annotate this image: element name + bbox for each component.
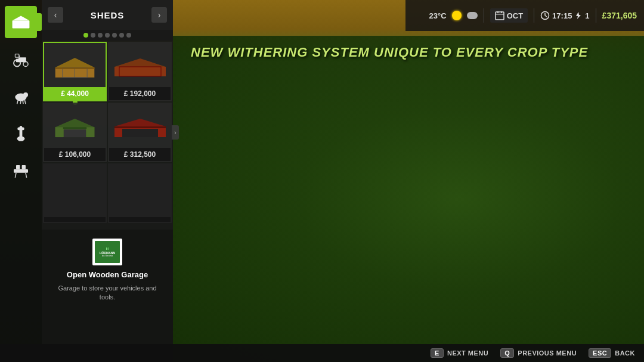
shop-grid: £ 44,000 £ 192,000 [42,41,173,224]
shop-item-3[interactable]: £ 106,000 [43,103,107,162]
svg-point-23 [17,137,25,141]
shop-item-4-img [112,109,168,148]
divider-3 [596,8,596,23]
large-shed-svg [113,117,167,141]
dot-4 [105,33,110,38]
svg-line-29 [26,173,27,178]
hud-time: 17:15 1 [540,11,589,20]
shop-item-4-price: £ 312,500 [109,148,171,161]
dot-7 [126,33,131,38]
sidebar-item-animals[interactable] [5,80,37,112]
info-panel: H HÖRMANN by Sanwa Open Wooden Garage Ga… [42,230,173,362]
shop-item-2[interactable]: £ 192,000 [108,42,172,101]
shop-item-5-price [44,217,106,222]
sidebar-item-sheds[interactable] [5,6,37,38]
shop-item-3-price: £ 106,000 [44,148,106,161]
svg-rect-13 [16,59,20,63]
cloud-icon [467,10,478,21]
svg-point-11 [23,61,28,66]
shop-item-6[interactable] [108,163,172,223]
feature-banner: NEW WITHERING SYSTEM UNIQUE TO EVERY CRO… [179,39,644,66]
label-back: BACK [615,349,635,357]
svg-rect-24 [17,127,24,130]
sidebar-item-tools[interactable] [5,117,37,149]
svg-line-19 [20,101,21,104]
shop-item-2-price: £ 192,000 [109,87,171,100]
long-shed-svg [113,56,167,80]
svg-rect-47 [122,129,158,137]
svg-line-20 [23,101,23,104]
dot-6 [119,33,124,38]
item-name: Open Wooden Garage [67,270,148,279]
hud-money: £371,605 [602,11,637,20]
svg-marker-35 [114,58,166,67]
divider-1 [484,8,484,23]
sidebar-active-tab [37,13,42,31]
dot-2 [91,33,95,38]
sidebar-item-equipment[interactable] [5,154,37,186]
shop-item-1-price: £ 44,000 [44,87,106,100]
shop-panel: ‹ SHEDS › £ 44,000 [42,0,173,230]
scroll-indicator: › [172,125,179,140]
dot-5 [112,33,117,38]
svg-rect-25 [14,169,28,172]
svg-line-28 [15,173,16,178]
shop-item-1-img [47,48,103,87]
brand-logo-inner: H HÖRMANN by Sanwa [95,241,120,263]
hud-time-value: 17:15 [552,11,572,20]
key-esc[interactable]: ESC [589,348,611,358]
field-overlay [173,36,644,362]
svg-rect-26 [16,165,20,169]
shop-item-5-img [47,178,103,217]
svg-line-6 [545,16,547,17]
svg-rect-46 [114,126,166,128]
medium-shed-svg [52,115,97,142]
key-e[interactable]: E [431,348,444,358]
svg-marker-30 [55,58,95,67]
calendar-icon [495,11,504,20]
svg-rect-0 [496,12,504,20]
cow-icon [11,86,30,106]
sidebar-item-tractors[interactable] [5,43,37,75]
clock-icon [540,11,550,20]
hud-temperature: 23°C [429,11,447,20]
svg-point-17 [23,92,28,97]
shop-next-button[interactable]: › [151,7,167,23]
action-back: ESC BACK [589,348,635,358]
tool-icon [11,123,30,143]
hud-month: OCT [507,11,523,20]
svg-line-18 [17,100,18,104]
shop-item-5[interactable] [43,163,107,223]
svg-marker-44 [114,119,166,126]
svg-rect-34 [55,67,95,69]
shop-item-6-price [109,217,171,222]
hud-calendar: OCT [490,8,528,23]
shop-prev-button[interactable]: ‹ [48,7,63,23]
equipment-icon [11,160,30,180]
svg-marker-38 [55,119,95,127]
action-prev-menu: Q PREVIOUS MENU [500,348,577,358]
shop-header: ‹ SHEDS › [42,0,173,30]
shop-item-2-img [112,48,168,87]
feature-text: NEW WITHERING SYSTEM UNIQUE TO EVERY CRO… [191,45,632,60]
shop-item-6-img [112,178,168,217]
sidebar [0,0,42,362]
svg-marker-7 [576,12,581,19]
divider-2 [534,8,534,23]
svg-rect-36 [114,67,166,76]
small-shed-svg [52,54,97,81]
svg-rect-8 [13,21,30,29]
bottom-bar: E NEXT MENU Q PREVIOUS MENU ESC BACK [0,344,644,362]
key-q[interactable]: Q [500,348,514,358]
svg-rect-43 [86,127,94,137]
shed-icon [11,13,30,32]
shop-item-4[interactable]: £ 312,500 [108,103,172,162]
shop-dots [42,30,173,41]
shop-item-1[interactable]: £ 44,000 [43,42,107,101]
energy-icon [574,11,583,20]
action-next-menu: E NEXT MENU [431,348,488,358]
brand-logo: H HÖRMANN by Sanwa [92,239,122,265]
dot-1 [83,33,88,38]
tractor-icon [11,49,30,69]
svg-marker-9 [13,16,30,21]
